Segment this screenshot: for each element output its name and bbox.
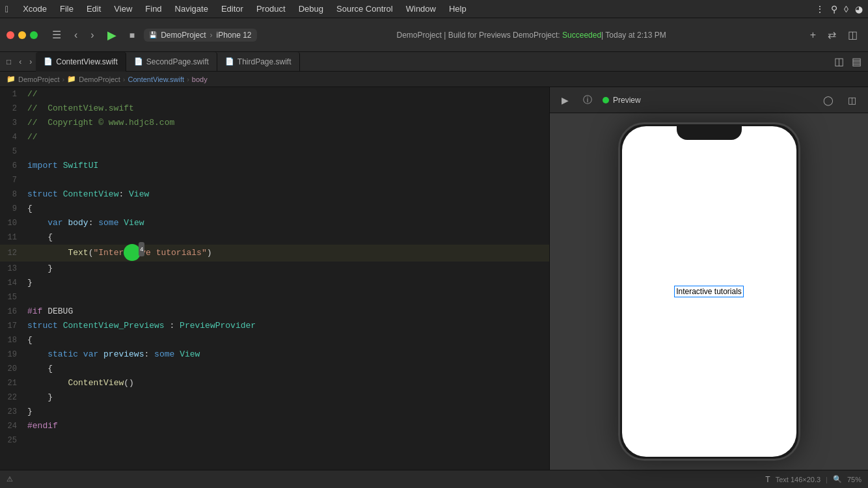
code-line-23: 23 } bbox=[0, 405, 549, 419]
menu-debug[interactable]: Debug bbox=[292, 3, 330, 15]
tab-contentview[interactable]: 📄 ContentView.swift bbox=[36, 52, 126, 72]
tab-nav-back[interactable]: ‹ bbox=[15, 55, 25, 69]
tab-contentview-label: ContentView.swift bbox=[56, 57, 118, 66]
bc-sep-1: › bbox=[62, 75, 65, 83]
preview-status-label: Preview bbox=[613, 96, 641, 105]
run-button[interactable]: ▶ bbox=[103, 25, 120, 45]
menu-file[interactable]: File bbox=[53, 3, 80, 15]
add-button[interactable]: + bbox=[806, 27, 820, 44]
swift-file-icon-2: 📄 bbox=[134, 57, 143, 66]
menu-window[interactable]: Window bbox=[400, 3, 442, 15]
assistant-toggle-button[interactable]: ▤ bbox=[848, 53, 865, 70]
wifi-icon: ⋮ bbox=[815, 4, 824, 14]
code-line-12: 12 Text("Inter4ve tutorials") bbox=[0, 245, 549, 262]
breadcrumb: 📁 DemoProject › 📁 DemoProject › ContentV… bbox=[0, 72, 868, 87]
inspector-toggle-button[interactable]: ◫ bbox=[830, 53, 848, 70]
preview-panel: ▶ ⓘ Preview ◯ ◫ Interactive tutorials bbox=[549, 87, 868, 470]
preview-layout-button[interactable]: ◫ bbox=[844, 93, 860, 107]
bc-symbol-name[interactable]: body bbox=[192, 75, 208, 83]
menu-bar:  Xcode File Edit View Find Navigate Edi… bbox=[0, 0, 868, 18]
warning-icon: ⚠ bbox=[7, 475, 13, 483]
chevron-right-icon: › bbox=[210, 31, 212, 40]
code-line-3: 3 // Copyright © www.hdjc8.com bbox=[0, 116, 549, 130]
menu-xcode[interactable]: Xcode bbox=[16, 3, 53, 15]
interactive-tutorials-text: Interactive tutorials bbox=[674, 286, 744, 297]
tab-secondpage[interactable]: 📄 SecondPage.swift bbox=[126, 52, 217, 72]
tab-secondpage-label: SecondPage.swift bbox=[146, 57, 209, 66]
code-line-5: 5 bbox=[0, 144, 549, 159]
bc-sep-3: › bbox=[187, 75, 189, 83]
code-line-11: 11 { bbox=[0, 230, 549, 245]
destination-button[interactable]: ⇄ bbox=[824, 26, 840, 44]
code-line-1: 1 // bbox=[0, 87, 549, 102]
window-controls bbox=[7, 31, 38, 39]
preview-toolbar: ▶ ⓘ Preview ◯ ◫ bbox=[550, 87, 868, 113]
menu-source-control[interactable]: Source Control bbox=[330, 3, 400, 15]
sidebar-toggle-button[interactable]: ☰ bbox=[48, 26, 65, 44]
code-line-15: 15 bbox=[0, 290, 549, 305]
code-line-18: 18 { bbox=[0, 333, 549, 347]
text-size-info: Text 146×20.3 bbox=[776, 476, 821, 483]
code-line-17: 17 struct ContentView_Previews : Preview… bbox=[0, 319, 549, 333]
bc-project[interactable]: 📁 bbox=[7, 75, 16, 83]
minimize-button[interactable] bbox=[18, 31, 26, 39]
scheme-icon: 💾 bbox=[149, 31, 157, 38]
code-line-25: 25 bbox=[0, 433, 549, 448]
bc-group-label[interactable]: DemoProject bbox=[79, 75, 120, 83]
code-line-13: 13 } bbox=[0, 262, 549, 276]
toolbar: ☰ ‹ › ▶ ■ 💾 DemoProject › iPhone 12 Demo… bbox=[0, 18, 868, 52]
code-line-4: 4 // bbox=[0, 130, 549, 144]
preview-canvas: Interactive tutorials bbox=[550, 113, 868, 470]
tab-nav-forward[interactable]: › bbox=[25, 55, 36, 69]
menu-find[interactable]: Find bbox=[139, 3, 168, 15]
control-center-icon[interactable]: ◊ bbox=[844, 4, 848, 14]
code-line-2: 2 // ContentView.swift bbox=[0, 102, 549, 116]
swift-file-icon-3: 📄 bbox=[225, 57, 234, 66]
tab-grid-button[interactable]: □ bbox=[3, 55, 15, 69]
scheme-name: DemoProject bbox=[161, 31, 206, 40]
text-info-icon: T bbox=[765, 475, 770, 484]
maximize-button[interactable] bbox=[30, 31, 38, 39]
phone-mockup: Interactive tutorials bbox=[618, 122, 800, 461]
code-line-16: 16 #if DEBUG bbox=[0, 305, 549, 319]
main-content: 1 // 2 // ContentView.swift 3 // Copyrig… bbox=[0, 87, 868, 470]
bc-project-name[interactable]: DemoProject bbox=[18, 75, 60, 83]
bc-group-name[interactable]: 📁 bbox=[67, 75, 76, 83]
close-button[interactable] bbox=[7, 31, 14, 39]
apple-logo-icon[interactable]:  bbox=[5, 4, 8, 14]
device-name: iPhone 12 bbox=[216, 31, 251, 40]
menu-product[interactable]: Product bbox=[250, 3, 292, 15]
tab-thirdpage-label: ThirdPage.swift bbox=[237, 57, 292, 66]
code-line-10: 10 var body: some View bbox=[0, 216, 549, 230]
bc-sep-2: › bbox=[123, 75, 126, 83]
search-menu-icon[interactable]: ⚲ bbox=[831, 4, 837, 14]
menu-help[interactable]: Help bbox=[442, 3, 473, 15]
scheme-selector[interactable]: 💾 DemoProject › iPhone 12 bbox=[144, 29, 256, 42]
user-icon[interactable]: ◕ bbox=[855, 4, 863, 14]
tab-thirdpage[interactable]: 📄 ThirdPage.swift bbox=[217, 52, 300, 72]
preview-info-button[interactable]: ⓘ bbox=[579, 92, 596, 108]
code-line-6: 6 import SwiftUI bbox=[0, 159, 549, 173]
code-line-14: 14 } bbox=[0, 276, 549, 290]
preview-play-button[interactable]: ▶ bbox=[558, 93, 573, 107]
zoom-separator: | bbox=[826, 476, 828, 483]
menu-edit[interactable]: Edit bbox=[80, 3, 107, 15]
preview-status: Preview bbox=[603, 96, 641, 105]
menu-navigate[interactable]: Navigate bbox=[169, 3, 215, 15]
code-line-21: 21 ContentView() bbox=[0, 376, 549, 390]
swift-file-icon: 📄 bbox=[44, 57, 53, 66]
code-line-7: 7 bbox=[0, 173, 549, 187]
nav-forward-button[interactable]: › bbox=[87, 27, 98, 44]
code-line-24: 24 #endif bbox=[0, 419, 549, 433]
code-line-9: 9 { bbox=[0, 202, 549, 216]
bottom-bar: ⚠ T Text 146×20.3 | 🔍 75% bbox=[0, 470, 868, 488]
menu-view[interactable]: View bbox=[107, 3, 139, 15]
view-toggle-button[interactable]: ◫ bbox=[844, 26, 861, 44]
phone-notch bbox=[677, 124, 742, 140]
nav-back-button[interactable]: ‹ bbox=[70, 27, 81, 44]
preview-device-button[interactable]: ◯ bbox=[819, 93, 837, 107]
stop-button[interactable]: ■ bbox=[126, 27, 139, 43]
menu-editor[interactable]: Editor bbox=[215, 3, 250, 15]
bc-file-name[interactable]: ContentView.swift bbox=[128, 75, 185, 83]
code-editor[interactable]: 1 // 2 // ContentView.swift 3 // Copyrig… bbox=[0, 87, 549, 470]
